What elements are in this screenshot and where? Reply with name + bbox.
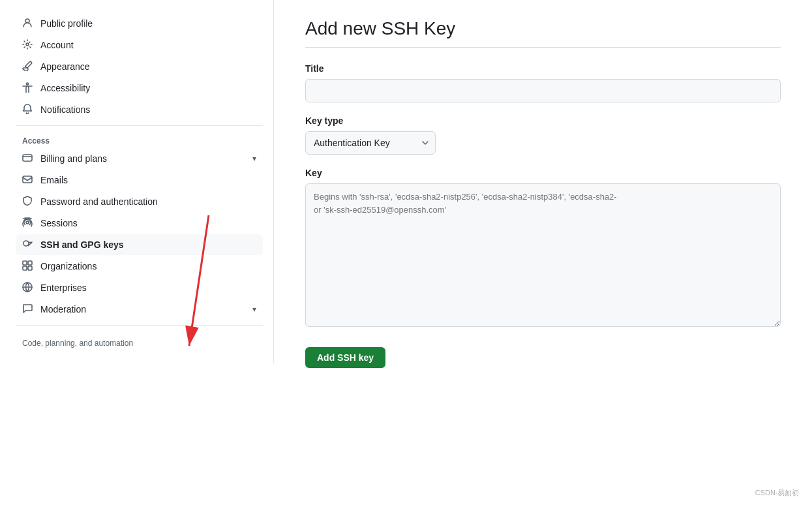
sidebar-item-label: Enterprises	[40, 283, 256, 293]
table-icon	[22, 260, 34, 272]
sidebar-item-label: Billing and plans	[40, 153, 246, 164]
chevron-down-icon: ▾	[252, 305, 256, 314]
sidebar: Public profile Account Appearance Access…	[0, 0, 274, 363]
svg-point-5	[23, 241, 29, 246]
sidebar-divider-2	[16, 325, 263, 326]
svg-point-0	[25, 19, 29, 23]
sidebar-item-label: Accessibility	[40, 83, 256, 93]
svg-point-4	[26, 221, 29, 224]
sidebar-wrapper: Public profile Account Appearance Access…	[0, 0, 274, 507]
sidebar-item-label: Public profile	[40, 18, 256, 29]
user-icon	[22, 18, 34, 29]
access-section-label: Access	[16, 131, 263, 148]
add-ssh-key-button[interactable]: Add SSH key	[305, 347, 385, 368]
key-label: Key	[305, 168, 781, 178]
sidebar-item-ssh-gpg[interactable]: SSH and GPG keys	[16, 234, 263, 255]
sidebar-item-label: Password and authentication	[40, 196, 256, 207]
main-content: Add new SSH Key Title Key type Authentic…	[274, 0, 812, 507]
bottom-section-label: Code, planning, and automation	[16, 331, 263, 350]
key-type-label: Key type	[305, 115, 781, 126]
mail-icon	[22, 174, 34, 186]
key-icon	[22, 239, 34, 251]
chevron-down-icon: ▾	[252, 154, 256, 163]
key-textarea[interactable]	[305, 183, 781, 327]
radio-icon	[22, 217, 34, 229]
key-type-form-group: Key type Authentication Key Signing Key	[305, 115, 781, 155]
title-label: Title	[305, 63, 781, 74]
sidebar-item-public-profile[interactable]: Public profile	[16, 13, 263, 34]
svg-point-1	[27, 83, 29, 85]
sidebar-item-label: Account	[40, 40, 256, 50]
sidebar-item-emails[interactable]: Emails	[16, 170, 263, 191]
globe-icon	[22, 282, 34, 294]
sidebar-item-appearance[interactable]: Appearance	[16, 56, 263, 77]
page-title: Add new SSH Key	[305, 18, 781, 39]
sidebar-item-account[interactable]: Account	[16, 35, 263, 55]
key-type-select[interactable]: Authentication Key Signing Key	[305, 131, 436, 155]
gear-icon	[22, 39, 34, 51]
sidebar-item-label: Moderation	[40, 304, 246, 315]
sidebar-item-password[interactable]: Password and authentication	[16, 191, 263, 212]
creditcard-icon	[22, 153, 34, 164]
page-divider	[305, 47, 781, 48]
bell-icon	[22, 104, 34, 115]
title-form-group: Title	[305, 63, 781, 102]
svg-rect-2	[23, 155, 32, 161]
sidebar-item-label: SSH and GPG keys	[40, 239, 256, 250]
svg-rect-9	[28, 266, 32, 270]
sidebar-item-label: Appearance	[40, 61, 256, 72]
sidebar-item-billing[interactable]: Billing and plans ▾	[16, 148, 263, 169]
svg-rect-8	[23, 266, 27, 270]
paintbrush-icon	[22, 61, 34, 72]
title-input[interactable]	[305, 79, 781, 102]
sidebar-item-label: Notifications	[40, 104, 256, 115]
sidebar-item-label: Sessions	[40, 218, 256, 228]
sidebar-item-moderation[interactable]: Moderation ▾	[16, 299, 263, 320]
svg-rect-7	[28, 261, 32, 265]
shield-icon	[22, 196, 34, 207]
sidebar-item-organizations[interactable]: Organizations	[16, 256, 263, 277]
sidebar-item-enterprises[interactable]: Enterprises	[16, 277, 263, 298]
sidebar-item-sessions[interactable]: Sessions	[16, 213, 263, 234]
sidebar-item-label: Emails	[40, 175, 256, 185]
sidebar-item-accessibility[interactable]: Accessibility	[16, 78, 263, 99]
accessibility-icon	[22, 82, 34, 94]
sidebar-item-label: Organizations	[40, 261, 256, 271]
watermark: CSDN·易如初	[755, 488, 799, 498]
comment-icon	[22, 303, 34, 315]
sidebar-divider	[16, 125, 263, 126]
sidebar-item-notifications[interactable]: Notifications	[16, 99, 263, 120]
key-form-group: Key	[305, 168, 781, 329]
svg-rect-3	[23, 176, 32, 183]
svg-rect-6	[23, 261, 27, 265]
